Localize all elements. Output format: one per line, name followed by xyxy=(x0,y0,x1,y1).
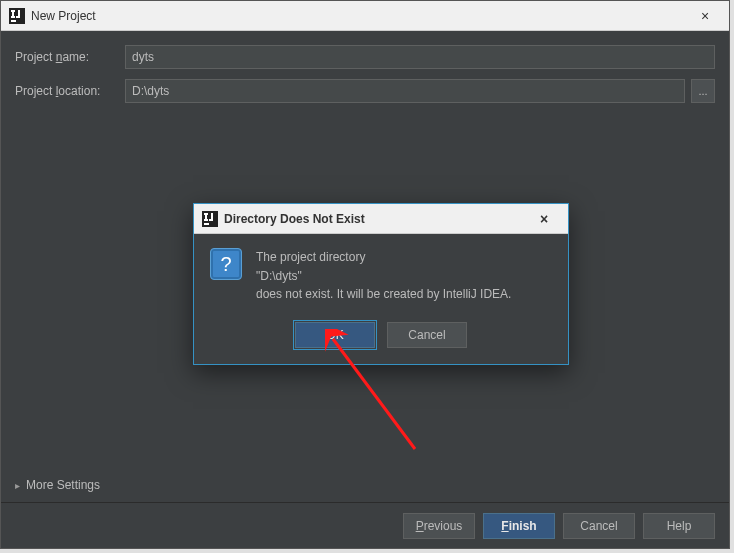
project-location-label: Project location: xyxy=(15,84,125,98)
svg-rect-5 xyxy=(16,16,20,18)
intellij-icon xyxy=(202,211,218,227)
svg-rect-13 xyxy=(204,223,209,225)
window-titlebar: New Project × xyxy=(1,1,729,31)
dialog-message: The project directory "D:\dyts" does not… xyxy=(256,248,511,304)
dialog-titlebar: Directory Does Not Exist × xyxy=(194,204,568,234)
project-name-row: Project name: xyxy=(15,45,715,69)
dialog-title: Directory Does Not Exist xyxy=(224,212,524,226)
project-name-input[interactable] xyxy=(125,45,715,69)
window-title: New Project xyxy=(31,9,685,23)
browse-location-button[interactable]: ... xyxy=(691,79,715,103)
svg-rect-3 xyxy=(11,16,15,18)
directory-not-exist-dialog: Directory Does Not Exist × ? The project… xyxy=(193,203,569,365)
help-button[interactable]: Help xyxy=(643,513,715,539)
dialog-close-button[interactable]: × xyxy=(524,205,564,233)
svg-rect-11 xyxy=(211,213,213,220)
svg-rect-12 xyxy=(209,219,213,221)
svg-rect-4 xyxy=(18,10,20,17)
cancel-button[interactable]: Cancel xyxy=(563,513,635,539)
new-project-window: New Project × Project name: Project loca… xyxy=(0,0,730,549)
more-settings-label: More Settings xyxy=(26,478,100,492)
dialog-ok-button[interactable]: OK xyxy=(295,322,375,348)
expand-right-icon: ▸ xyxy=(15,480,20,491)
svg-rect-6 xyxy=(11,20,16,22)
dialog-footer: OK Cancel xyxy=(194,310,568,364)
window-close-button[interactable]: × xyxy=(685,2,725,30)
more-settings-toggle[interactable]: ▸ More Settings xyxy=(15,472,715,502)
previous-button[interactable]: Previous xyxy=(403,513,475,539)
wizard-footer: Previous Finish Cancel Help xyxy=(1,502,729,548)
dialog-cancel-button[interactable]: Cancel xyxy=(387,322,467,348)
intellij-icon xyxy=(9,8,25,24)
svg-rect-10 xyxy=(204,219,208,221)
project-name-label: Project name: xyxy=(15,50,125,64)
dialog-body: ? The project directory "D:\dyts" does n… xyxy=(194,234,568,310)
finish-button[interactable]: Finish xyxy=(483,513,555,539)
project-location-row: Project location: ... xyxy=(15,79,715,103)
project-location-input[interactable] xyxy=(125,79,685,103)
question-icon: ? xyxy=(210,248,242,280)
